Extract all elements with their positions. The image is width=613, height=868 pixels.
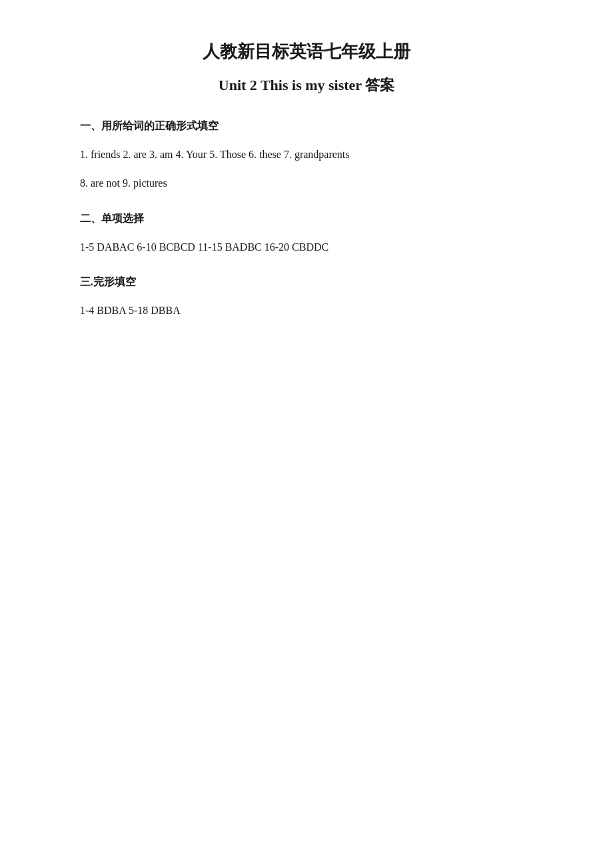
section2-block: 二、单项选择 1-5 DABAC 6-10 BCBCD 11-15 BADBC … bbox=[80, 212, 533, 257]
section3-block: 三.完形填空 1-4 BDBA 5-18 DBBA bbox=[80, 275, 533, 321]
page-title-cn: 人教新目标英语七年级上册 bbox=[80, 40, 533, 63]
section3-title: 三.完形填空 bbox=[80, 275, 533, 289]
section1-answers-line2: 8. are not 9. pictures bbox=[80, 174, 533, 193]
section1-answers-line1: 1. friends 2. are 3. am 4. Your 5. Those… bbox=[80, 145, 533, 165]
page-title-en: Unit 2 This is my sister 答案 bbox=[80, 75, 533, 95]
section3-answers: 1-4 BDBA 5-18 DBBA bbox=[80, 301, 533, 321]
section1-block: 一、用所给词的正确形式填空 1. friends 2. are 3. am 4.… bbox=[80, 119, 533, 193]
section2-answers: 1-5 DABAC 6-10 BCBCD 11-15 BADBC 16-20 C… bbox=[80, 238, 533, 257]
section2-title: 二、单项选择 bbox=[80, 212, 533, 226]
section1-title: 一、用所给词的正确形式填空 bbox=[80, 119, 533, 133]
